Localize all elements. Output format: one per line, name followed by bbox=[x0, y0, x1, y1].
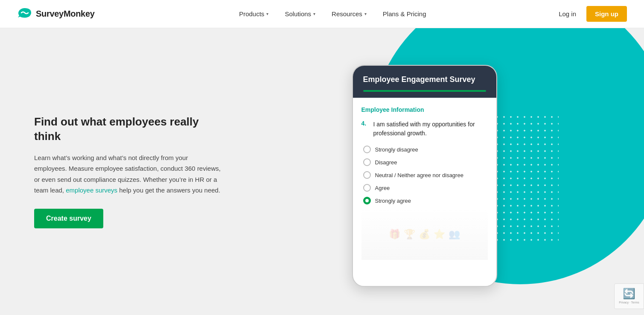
illustration-icons: 🎁🏆💰⭐👥 bbox=[389, 229, 460, 240]
nav-plans-pricing[interactable]: Plans & Pricing bbox=[376, 7, 433, 21]
recaptcha-icon: 🔄 bbox=[623, 288, 635, 300]
signup-button[interactable]: Sign up bbox=[586, 6, 627, 22]
question-text: I am satisfied with my opportunities for… bbox=[373, 120, 488, 138]
recaptcha-badge: 🔄 Privacy · Terms bbox=[614, 283, 644, 309]
phone-header: Employee Engagement Survey bbox=[353, 66, 496, 98]
navigation: SurveyMonkey Products ▾ Solutions ▾ Reso… bbox=[0, 0, 644, 28]
login-button[interactable]: Log in bbox=[554, 7, 581, 21]
phone-mockup: Employee Engagement Survey Employee Info… bbox=[352, 65, 497, 287]
logo[interactable]: SurveyMonkey bbox=[17, 8, 95, 20]
phone-illustration: 🎁🏆💰⭐👥 bbox=[361, 209, 488, 260]
radio-neutral bbox=[363, 171, 371, 179]
chevron-down-icon: ▾ bbox=[313, 12, 315, 16]
phone-options: Strongly disagree Disagree Neutral / Nei… bbox=[361, 146, 488, 204]
radio-disagree bbox=[363, 158, 371, 166]
hero-visual: Employee Engagement Survey Employee Info… bbox=[239, 56, 610, 287]
employee-surveys-link[interactable]: employee surveys bbox=[66, 187, 117, 194]
hero-description: Learn what’s working and what’s not dire… bbox=[34, 152, 222, 196]
phone-survey-title: Employee Engagement Survey bbox=[363, 75, 486, 84]
phone-section-title: Employee Information bbox=[361, 106, 488, 113]
hero-content: Find out what employees really think Lea… bbox=[34, 115, 239, 228]
option-agree[interactable]: Agree bbox=[363, 184, 488, 192]
radio-strongly-disagree bbox=[363, 146, 371, 153]
option-strongly-agree[interactable]: Strongly agree bbox=[363, 197, 488, 204]
chevron-down-icon: ▾ bbox=[266, 12, 268, 16]
phone-progress-bar bbox=[363, 90, 486, 92]
nav-actions: Log in Sign up bbox=[554, 6, 627, 22]
option-neutral[interactable]: Neutral / Neither agree nor disagree bbox=[363, 171, 488, 179]
nav-solutions[interactable]: Solutions ▾ bbox=[278, 7, 322, 21]
nav-products[interactable]: Products ▾ bbox=[232, 7, 275, 21]
phone-question: 4. I am satisfied with my opportunities … bbox=[361, 120, 488, 138]
question-number: 4. bbox=[361, 120, 370, 138]
phone-body: Employee Information 4. I am satisfied w… bbox=[353, 98, 496, 260]
option-disagree[interactable]: Disagree bbox=[363, 158, 488, 166]
surveymonkey-logo-icon bbox=[17, 8, 32, 20]
radio-agree bbox=[363, 184, 371, 192]
recaptcha-text: Privacy · Terms bbox=[619, 300, 639, 304]
nav-resources[interactable]: Resources ▾ bbox=[325, 7, 373, 21]
chevron-down-icon: ▾ bbox=[364, 12, 367, 16]
hero-title: Find out what employees really think bbox=[34, 115, 222, 144]
radio-strongly-agree bbox=[363, 197, 371, 204]
option-strongly-disagree[interactable]: Strongly disagree bbox=[363, 146, 488, 153]
create-survey-button[interactable]: Create survey bbox=[34, 209, 103, 228]
nav-links: Products ▾ Solutions ▾ Resources ▾ Plans… bbox=[112, 7, 554, 21]
hero-section: Find out what employees really think Lea… bbox=[0, 28, 644, 315]
logo-text: SurveyMonkey bbox=[36, 9, 95, 19]
